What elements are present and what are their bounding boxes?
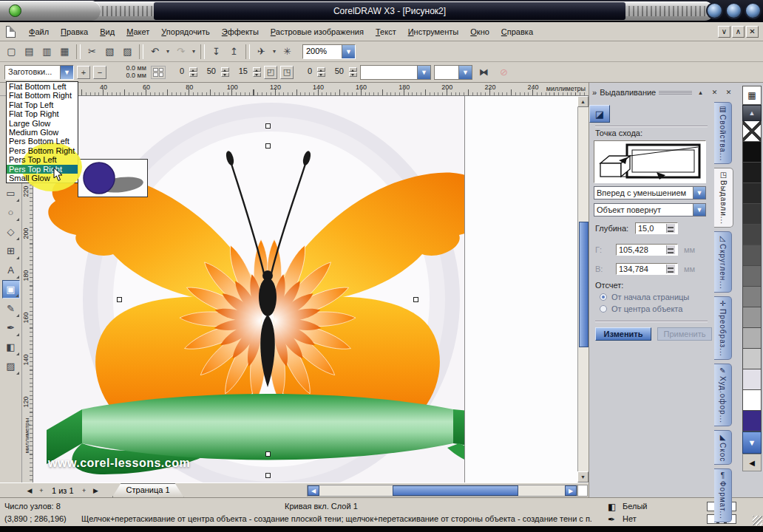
menu-item[interactable]: Эффекты: [216, 25, 265, 38]
palette-swatch[interactable]: [742, 287, 762, 307]
v-coordinate-field[interactable]: 134,784: [616, 263, 678, 275]
palette-swatch[interactable]: [742, 204, 762, 225]
doc-restore-button[interactable]: ∧: [732, 26, 745, 38]
vertical-scroll-thumb[interactable]: [579, 222, 589, 347]
toolbox-tool[interactable]: ▭: [2, 184, 20, 202]
origin-object-radio[interactable]: От центра объекта: [600, 304, 682, 313]
origin-page-radio[interactable]: От начала страницы: [600, 293, 689, 301]
preset-option[interactable]: Flat Bottom Left: [7, 82, 78, 91]
palette-swatch[interactable]: [742, 349, 762, 369]
toolbar-icon[interactable]: [139, 44, 143, 59]
last-page-button[interactable]: ▶: [90, 485, 102, 497]
palette-swatch[interactable]: [742, 266, 762, 287]
palette-scroll-up-icon[interactable]: ▲: [742, 105, 762, 121]
scroll-down-icon[interactable]: ▼: [577, 471, 589, 482]
toolbar-icon[interactable]: ▧: [101, 43, 118, 60]
preset-option[interactable]: Flat Bottom Right: [7, 91, 78, 100]
preset-option[interactable]: Medium Glow: [7, 128, 78, 137]
selection-handle[interactable]: [265, 143, 271, 149]
scroll-left-icon[interactable]: ◀: [308, 485, 319, 496]
presets-dropdown-icon[interactable]: ▼: [60, 66, 73, 79]
palette-swatch[interactable]: [742, 369, 762, 390]
palette-swatch[interactable]: [742, 142, 762, 163]
shadow-angle-field[interactable]: 0: [169, 66, 186, 78]
menu-item[interactable]: Файл: [23, 25, 55, 38]
add-preset-button[interactable]: +: [77, 66, 90, 79]
feather-direction-button[interactable]: ◰: [264, 66, 277, 79]
palette-swatch[interactable]: [742, 225, 762, 245]
preset-option[interactable]: Small Glow: [7, 174, 78, 183]
toolbar-icon[interactable]: ✳: [279, 43, 296, 60]
palette-header-icon[interactable]: ▦: [742, 86, 762, 105]
palette-swatch[interactable]: [742, 328, 762, 349]
docker-rollup-icon[interactable]: ▴: [695, 87, 706, 98]
shadow-color-combo[interactable]: ▼: [434, 65, 472, 80]
maximize-button[interactable]: [725, 2, 742, 19]
palette-swatch[interactable]: [742, 411, 762, 432]
toolbar-icon[interactable]: ↶: [146, 43, 163, 60]
copy-shadow-properties-button[interactable]: ⧓: [475, 64, 492, 81]
docker-tab[interactable]: ✎ Худ.офор...: [714, 364, 732, 426]
selection-handle[interactable]: [265, 473, 271, 478]
docker-collapse-chevron-icon[interactable]: »: [592, 88, 597, 97]
preset-option[interactable]: Pers Bottom Left: [7, 137, 78, 146]
docker-tab[interactable]: ◺ Скруглен...: [714, 231, 732, 293]
toolbar-icon[interactable]: ▦: [56, 43, 73, 60]
scroll-up-icon[interactable]: ▲: [577, 96, 589, 107]
shadow-feather-field[interactable]: 15: [232, 66, 250, 78]
toolbar-icon[interactable]: ↧: [208, 43, 225, 60]
depth-field[interactable]: 15,0: [635, 222, 678, 234]
toolbox-tool[interactable]: ✒: [2, 318, 20, 337]
vertical-scrollbar[interactable]: ▲ ▼: [577, 96, 589, 482]
resize-grip[interactable]: [753, 516, 762, 525]
toolbox-tool[interactable]: ⊞: [2, 242, 20, 260]
toolbox-tool[interactable]: А: [2, 261, 20, 279]
palette-swatch[interactable]: [742, 121, 762, 142]
palette-scroll-down-icon[interactable]: ▼: [742, 432, 762, 454]
doc-minimize-button[interactable]: ∨: [718, 26, 730, 38]
menu-item[interactable]: Растровые изображения: [265, 25, 370, 38]
apply-button[interactable]: Применить: [657, 327, 712, 341]
selection-handle[interactable]: [413, 297, 418, 302]
transparency-operation-combo[interactable]: ▼: [360, 65, 431, 80]
toolbar-icon[interactable]: ↥: [225, 43, 243, 60]
palette-expand-icon[interactable]: ◀: [742, 454, 762, 471]
toolbox-tool[interactable]: ◇: [2, 222, 20, 241]
toolbar-icon[interactable]: ▢: [3, 43, 20, 60]
toolbox-tool[interactable]: ✎: [2, 299, 20, 318]
preset-option[interactable]: Flat Top Right: [7, 109, 78, 118]
toolbar-icon[interactable]: ↷: [172, 43, 189, 60]
toolbar-icon[interactable]: ▾: [164, 43, 172, 60]
toolbar-icon[interactable]: ▤: [21, 43, 38, 60]
toolbox-tool[interactable]: ○: [2, 203, 20, 222]
shadow-offset-fields[interactable]: 0.0 мм 0.0 мм: [109, 65, 148, 79]
presets-combo[interactable]: Заготовки... ▼: [4, 65, 74, 80]
add-page-after-button[interactable]: +: [78, 485, 90, 497]
shadow-stretch-field[interactable]: 50: [328, 66, 346, 78]
toolbox-tool[interactable]: ▣: [2, 280, 20, 299]
toolbar-icon[interactable]: ✈: [253, 43, 270, 60]
preset-option[interactable]: Flat Top Left: [7, 100, 78, 109]
palette-swatch[interactable]: [742, 307, 762, 328]
feather-edge-button[interactable]: ◳: [280, 66, 294, 79]
toolbar-icon[interactable]: ✂: [84, 43, 101, 60]
preset-option[interactable]: Pers Top Right: [7, 165, 78, 174]
docker-tab[interactable]: ▤ Свойства...: [714, 102, 732, 164]
toolbar-icon[interactable]: ▾: [190, 43, 197, 60]
zoom-dropdown-icon[interactable]: ▼: [342, 45, 355, 58]
vp-mode-combo[interactable]: Объект повернут ▼: [594, 203, 706, 216]
docker-tab[interactable]: ◣ Скос: [714, 430, 732, 465]
toolbox-tool[interactable]: ▨: [2, 357, 20, 375]
menu-item[interactable]: Вид: [94, 25, 121, 38]
feather-spinner[interactable]: [253, 67, 261, 77]
minimize-button[interactable]: [706, 2, 723, 19]
palette-swatch[interactable]: [742, 183, 762, 204]
extrusion-type-combo[interactable]: Вперед с уменьшением ▼: [594, 186, 706, 200]
preset-option[interactable]: Pers Bottom Right: [7, 146, 78, 155]
toolbar-icon[interactable]: [245, 44, 250, 59]
toolbox-tool[interactable]: ◧: [2, 338, 20, 356]
clear-shadow-button[interactable]: ⊘: [495, 64, 512, 81]
page-tab[interactable]: Страница 1: [112, 483, 184, 497]
zoom-level-value[interactable]: 200%: [303, 45, 342, 58]
first-page-button[interactable]: ◀: [24, 485, 35, 497]
